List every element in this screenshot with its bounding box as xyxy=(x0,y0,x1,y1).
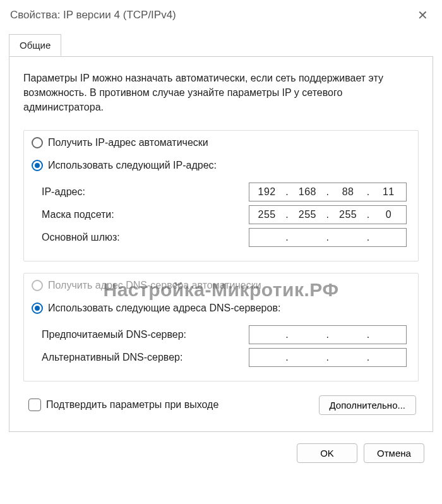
preferred-dns-label: Предпочитаемый DNS-сервер: xyxy=(42,329,186,340)
intro-text: Параметры IP можно назначать автоматичес… xyxy=(23,71,419,115)
radio-dns-manual[interactable]: Использовать следующие адреса DNS-сервер… xyxy=(24,296,418,319)
radio-ip-manual[interactable]: Использовать следующий IP-адрес: xyxy=(24,153,418,176)
ip-octet[interactable]: 255 xyxy=(290,209,325,220)
subnet-mask-label: Маска подсети: xyxy=(42,209,114,220)
advanced-button[interactable]: Дополнительно... xyxy=(319,395,416,415)
radio-ip-manual-label: Использовать следующий IP-адрес: xyxy=(48,160,217,171)
window-title: Свойства: IP версии 4 (TCP/IPv4) xyxy=(10,9,176,21)
radio-icon xyxy=(32,280,43,291)
radio-icon xyxy=(32,137,43,148)
ip-address-input[interactable]: 192. 168. 88. 11 xyxy=(249,183,407,201)
ip-octet[interactable]: 0 xyxy=(371,209,406,220)
radio-dns-manual-label: Использовать следующие адреса DNS-сервер… xyxy=(48,303,280,314)
gateway-input[interactable]: . . . xyxy=(249,228,407,247)
ip-octet[interactable]: 11 xyxy=(371,186,406,198)
subnet-mask-input[interactable]: 255. 255. 255. 0 xyxy=(249,205,407,224)
dns-group: Получить адрес DNS-сервера автоматически… xyxy=(23,273,419,381)
gateway-label: Основной шлюз: xyxy=(42,232,120,243)
ip-octet[interactable]: 255 xyxy=(330,209,365,220)
ip-octet[interactable]: 88 xyxy=(330,186,365,198)
ip-address-label: IP-адрес: xyxy=(42,186,85,198)
radio-ip-auto-label: Получить IP-адрес автоматически xyxy=(48,137,208,148)
preferred-dns-input[interactable]: . . . xyxy=(249,325,407,344)
tab-strip xyxy=(9,56,433,57)
tab-general[interactable]: Общие xyxy=(9,34,61,56)
ip-octet[interactable]: 255 xyxy=(249,209,284,220)
checkbox-icon xyxy=(28,399,41,411)
radio-dns-auto: Получить адрес DNS-сервера автоматически xyxy=(24,273,418,296)
close-icon[interactable]: ✕ xyxy=(412,5,433,25)
radio-icon xyxy=(32,160,43,171)
radio-ip-auto[interactable]: Получить IP-адрес автоматически xyxy=(24,131,418,153)
radio-dns-auto-label: Получить адрес DNS-сервера автоматически xyxy=(48,280,261,291)
validate-checkbox[interactable]: Подтвердить параметры при выходе xyxy=(28,399,218,411)
ip-group: Получить IP-адрес автоматически Использо… xyxy=(23,130,419,261)
ip-octet[interactable]: 168 xyxy=(290,186,325,198)
alternate-dns-input[interactable]: . . . xyxy=(249,348,407,367)
validate-label: Подтвердить параметры при выходе xyxy=(46,399,218,411)
ip-octet[interactable]: 192 xyxy=(249,186,284,198)
ok-button[interactable]: OK xyxy=(297,443,357,463)
alternate-dns-label: Альтернативный DNS-сервер: xyxy=(42,352,182,363)
cancel-button[interactable]: Отмена xyxy=(364,443,424,463)
radio-icon xyxy=(32,303,43,314)
